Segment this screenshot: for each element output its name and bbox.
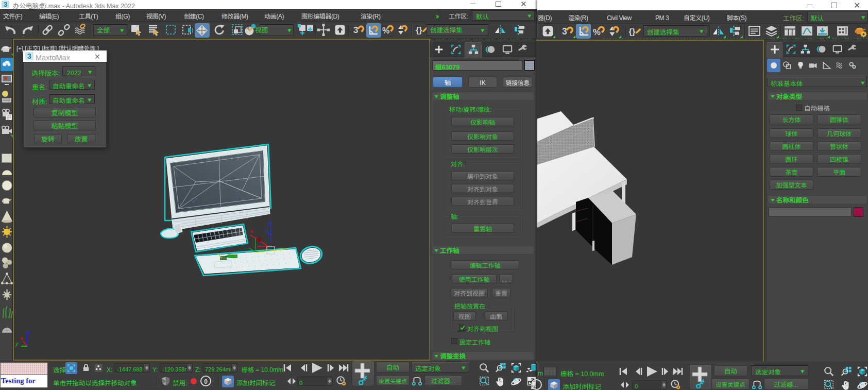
svg-text:x: x — [250, 227, 253, 234]
svg-text:y: y — [15, 339, 19, 347]
svg-text:z: z — [28, 327, 31, 335]
svg-text:x: x — [20, 334, 23, 342]
